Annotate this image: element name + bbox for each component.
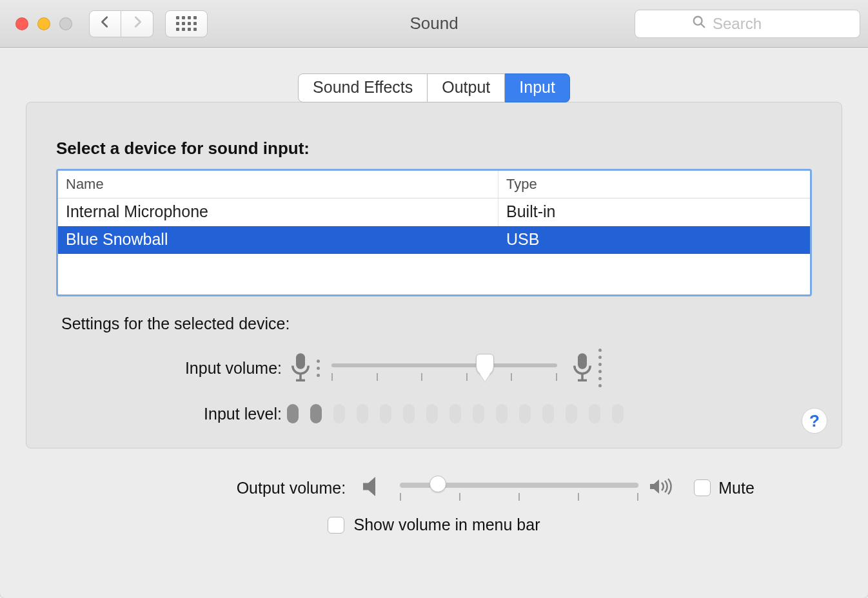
column-type[interactable]: Type (498, 171, 810, 198)
zoom-button[interactable] (59, 17, 72, 30)
device-type: Built-in (498, 198, 810, 226)
input-volume-label: Input volume: (56, 359, 287, 378)
titlebar: Sound (0, 0, 868, 48)
output-volume-row: Output volume: Mute (26, 474, 842, 501)
mute-checkbox[interactable] (694, 479, 711, 496)
input-level-label: Input level: (56, 405, 287, 423)
device-table-header: Name Type (58, 171, 810, 198)
traffic-lights (15, 17, 72, 30)
device-row-blue-snowball[interactable]: Blue Snowball USB (58, 226, 810, 254)
tabs: Sound Effects Output Input (26, 73, 842, 102)
svg-rect-5 (578, 353, 587, 369)
mute-label: Mute (718, 479, 755, 497)
nav-segmented (89, 10, 153, 37)
input-volume-slider[interactable] (331, 355, 557, 381)
footer: Output volume: Mute Show volume in menu … (0, 448, 868, 554)
output-volume-label: Output volume: (113, 479, 351, 497)
close-button[interactable] (15, 17, 28, 30)
input-panel: Select a device for sound input: Name Ty… (26, 102, 842, 448)
column-name[interactable]: Name (58, 171, 498, 198)
search-icon (692, 15, 706, 33)
sound-preferences-window: Sound Sound Effects Output Input Select … (0, 0, 868, 598)
mute-group: Mute (694, 479, 755, 497)
microphone-low-icon (287, 352, 320, 384)
select-device-label: Select a device for sound input: (56, 139, 812, 159)
content: Sound Effects Output Input Select a devi… (0, 48, 868, 448)
settings-label: Settings for the selected device: (61, 314, 812, 333)
speaker-high-icon (649, 474, 677, 501)
device-type: USB (498, 226, 810, 254)
svg-line-1 (701, 23, 705, 27)
minimize-button[interactable] (37, 17, 50, 30)
show-volume-menubar-label: Show volume in menu bar (353, 516, 540, 534)
slider-thumb[interactable] (429, 476, 446, 492)
chevron-right-icon (130, 14, 144, 34)
device-name: Blue Snowball (58, 226, 498, 254)
input-volume-row: Input volume: (56, 349, 812, 387)
tab-input[interactable]: Input (505, 73, 570, 102)
svg-rect-2 (296, 353, 305, 369)
show-volume-menubar-group: Show volume in menu bar (328, 516, 540, 534)
device-row-internal-mic[interactable]: Internal Microphone Built-in (58, 198, 810, 226)
device-table: Name Type Internal Microphone Built-in B… (56, 169, 812, 296)
search-field[interactable] (635, 10, 860, 38)
tab-output[interactable]: Output (428, 73, 505, 102)
show-volume-menubar-checkbox[interactable] (328, 517, 344, 534)
chevron-left-icon (98, 14, 112, 34)
back-button[interactable] (89, 10, 121, 37)
output-volume-slider[interactable] (400, 475, 638, 501)
device-name: Internal Microphone (58, 198, 498, 226)
help-button[interactable]: ? (802, 408, 827, 434)
input-level-meter (287, 404, 624, 423)
show-all-button[interactable] (165, 10, 208, 37)
slider-thumb[interactable] (476, 354, 494, 376)
microphone-high-icon (569, 349, 602, 387)
input-level-row: Input level: (56, 404, 812, 423)
speaker-low-icon (361, 474, 390, 501)
grid-icon (176, 16, 197, 31)
forward-button[interactable] (121, 10, 153, 37)
tab-sound-effects[interactable]: Sound Effects (298, 73, 428, 102)
search-input[interactable] (713, 15, 803, 33)
